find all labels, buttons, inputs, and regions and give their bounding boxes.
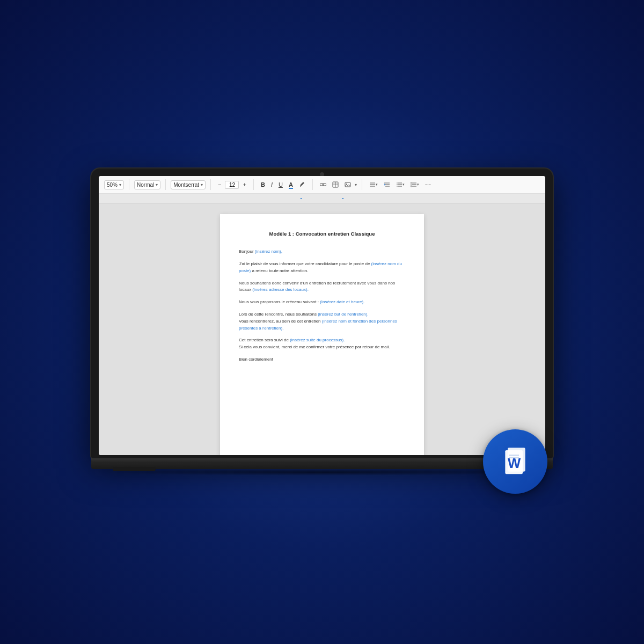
laptop-shadow (102, 469, 542, 475)
spacing-button[interactable]: ▾ (408, 181, 421, 188)
indent-icon (384, 182, 390, 187)
font-select[interactable]: Montserrat ▾ (171, 180, 206, 189)
more-button[interactable]: ⋯ (423, 180, 433, 189)
para4-5: Lors de cette rencontre, nous souhaitons… (239, 311, 405, 332)
font-color-button[interactable]: A (287, 180, 295, 189)
para3: Nous vous proposons le créneau suivant :… (239, 299, 405, 306)
highlighter-icon (299, 181, 305, 188)
divider-2 (165, 179, 166, 190)
font-group: Montserrat ▾ (171, 180, 206, 189)
fontsize-group: − + (216, 180, 248, 189)
para6-prefix: Cet entretien sera suivi de (239, 338, 290, 342)
font-size-input[interactable] (225, 181, 239, 189)
spacing-chevron: ▾ (417, 182, 419, 187)
align-chevron: ▾ (376, 182, 378, 187)
zoom-label: 50% (107, 182, 118, 188)
para1-prefix: J'ai le plaisir de vous informer que vot… (239, 261, 371, 266)
closing-text: Bien cordialement (239, 357, 273, 362)
image-chevron: ▾ (355, 182, 357, 187)
para3-prefix: Nous vous proposons le créneau suivant : (239, 299, 320, 304)
document-area[interactable]: Modèle 1 : Convocation entretien Classiq… (99, 203, 545, 455)
para6-placeholder: (insérez suite du processus). (290, 338, 345, 342)
divider-1 (129, 179, 129, 190)
ruler (99, 194, 545, 203)
document-page: Modèle 1 : Convocation entretien Classiq… (220, 214, 424, 455)
divider-6 (362, 179, 362, 190)
para3-placeholder: (Insérez date et heure). (320, 299, 364, 304)
laptop: 50% ▾ Normal ▾ (91, 169, 553, 475)
link-icon (320, 182, 326, 187)
table-button[interactable] (330, 180, 341, 189)
font-increase-button[interactable]: + (240, 180, 248, 189)
laptop-screen-outer: 50% ▾ Normal ▾ (91, 169, 553, 458)
color-a-label: A (289, 181, 293, 188)
underline-button[interactable]: U (276, 180, 285, 189)
toolbar: 50% ▾ Normal ▾ (99, 176, 545, 194)
para6: Cet entretien sera suivi de (insérez sui… (239, 337, 405, 351)
format-group: B I U A (259, 180, 308, 189)
style-label: Normal (137, 182, 154, 188)
align-button[interactable]: ▾ (367, 181, 380, 188)
laptop-foot-left (113, 467, 156, 471)
divider-5 (312, 179, 313, 190)
list-icon (396, 182, 402, 187)
greeting-placeholder: (insérez nom), (255, 249, 282, 254)
spacing-icon (411, 182, 417, 187)
align-icon (369, 182, 376, 187)
font-label: Montserrat (173, 182, 199, 188)
zoom-select[interactable]: 50% ▾ (104, 180, 124, 189)
svg-point-15 (397, 184, 398, 185)
svg-rect-3 (345, 182, 350, 187)
zoom-chevron: ▾ (119, 182, 121, 187)
para1: J'ai le plaisir de vous informer que vot… (239, 261, 405, 275)
italic-button[interactable]: I (269, 180, 275, 189)
style-group: Normal ▾ (134, 180, 160, 189)
style-chevron: ▾ (156, 182, 158, 187)
font-chevron: ▾ (201, 182, 203, 187)
para4-prefix: Lors de cette rencontre, nous souhaitons (239, 312, 318, 317)
list-button[interactable]: ▾ (394, 181, 407, 188)
link-button[interactable] (318, 181, 328, 188)
document-title: Modèle 1 : Convocation entretien Classiq… (239, 230, 405, 238)
para4-placeholder: (insérez but de l'entretien). (318, 312, 368, 317)
bold-button[interactable]: B (259, 180, 267, 189)
divider-4 (253, 179, 254, 190)
word-app: 50% ▾ Normal ▾ (99, 176, 545, 455)
svg-point-14 (397, 182, 398, 184)
word-icon: W (496, 443, 534, 480)
image-icon (345, 181, 351, 188)
style-select[interactable]: Normal ▾ (134, 180, 160, 189)
divider-3 (210, 179, 211, 190)
zoom-group: 50% ▾ (104, 180, 124, 189)
closing: Bien cordialement (239, 356, 405, 363)
table-icon (332, 181, 339, 188)
greeting-paragraph: Bonjour (insérez nom), (239, 248, 405, 255)
indent-button[interactable] (382, 181, 392, 188)
para2: Nous souhaitons donc convenir d'un entre… (239, 280, 405, 294)
align-group: ▾ ▾ ▾ (367, 180, 433, 189)
para7: Si cela vous convient, merci de me confi… (239, 345, 390, 349)
svg-point-16 (397, 186, 398, 187)
greeting-prefix: Bonjour (239, 249, 255, 254)
image-button[interactable] (342, 180, 353, 189)
ruler-line (101, 198, 543, 199)
list-chevron: ▾ (402, 182, 405, 187)
scene: 50% ▾ Normal ▾ (80, 134, 564, 510)
word-badge: W (483, 429, 547, 494)
laptop-screen: 50% ▾ Normal ▾ (99, 176, 545, 455)
para1-suffix: a retenu toute notre attention. (251, 268, 308, 273)
insert-group: ▾ (318, 180, 357, 189)
para5-prefix: Vous rencontrerez, au sein de cet entret… (239, 319, 322, 324)
para2-placeholder: (insérez adresse des locaux). (252, 287, 309, 292)
font-decrease-button[interactable]: − (216, 180, 223, 189)
highlight-button[interactable] (297, 180, 308, 189)
